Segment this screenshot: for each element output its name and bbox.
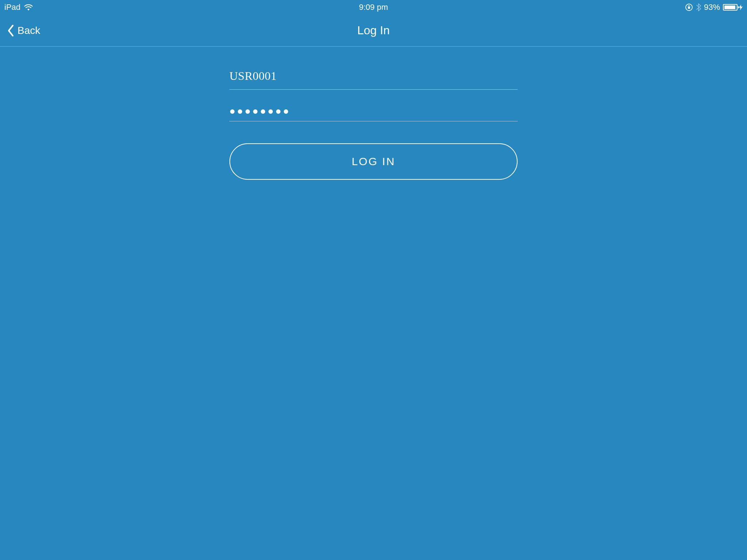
back-button[interactable]: Back: [0, 25, 40, 36]
svg-rect-1: [688, 7, 690, 9]
status-left: iPad: [4, 3, 33, 12]
status-right: 93%: [685, 3, 743, 12]
password-input[interactable]: [229, 96, 518, 121]
password-dot: [238, 109, 242, 114]
back-label: Back: [18, 25, 40, 36]
password-dot: [230, 109, 235, 114]
password-dot: [276, 109, 280, 114]
password-dot: [253, 109, 258, 114]
status-bar: iPad 9:09 pm 93%: [0, 0, 747, 15]
username-input[interactable]: [229, 65, 518, 90]
battery-percent: 93%: [704, 3, 720, 12]
status-time: 9:09 pm: [359, 3, 388, 12]
battery-icon: [723, 4, 743, 11]
password-dot: [261, 109, 265, 114]
bluetooth-icon: [696, 3, 701, 11]
password-dot: [268, 109, 273, 114]
login-form: LOG IN: [229, 47, 518, 180]
wifi-icon: [24, 4, 33, 11]
charging-icon: [739, 4, 743, 10]
password-dot: [245, 109, 250, 114]
navigation-bar: Back Log In: [0, 15, 747, 47]
password-dot: [284, 109, 288, 114]
chevron-left-icon: [7, 25, 15, 36]
login-button[interactable]: LOG IN: [229, 143, 518, 180]
page-title: Log In: [357, 24, 390, 37]
device-label: iPad: [4, 3, 20, 12]
orientation-lock-icon: [685, 3, 693, 11]
